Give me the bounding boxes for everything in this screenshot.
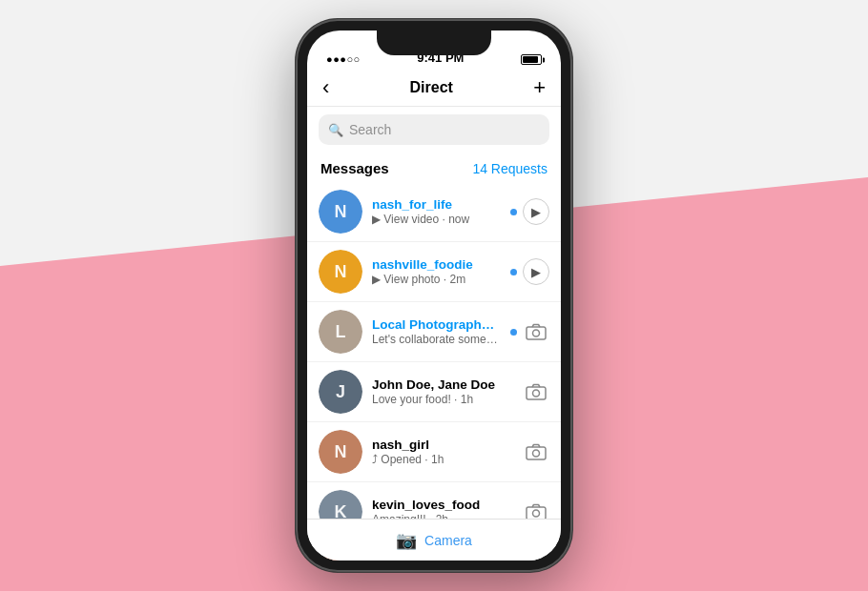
- signal-indicator: ●●●○○: [326, 53, 361, 65]
- add-button[interactable]: +: [533, 77, 546, 98]
- avatar: N: [319, 250, 362, 294]
- circle-arrow-icon[interactable]: ▶: [523, 258, 549, 285]
- avatar: N: [319, 430, 362, 474]
- message-preview: Let's collaborate sometime! · 5m: [372, 333, 501, 346]
- message-preview: ▶ View photo · 2m: [372, 273, 501, 286]
- message-item[interactable]: JJohn Doe, Jane DoeLove your food! · 1h: [307, 361, 561, 421]
- message-item[interactable]: Nnashville_foodie▶ View photo · 2m▶: [307, 241, 561, 301]
- message-preview: ▶ View video · now: [372, 213, 501, 226]
- svg-point-7: [533, 510, 540, 517]
- circle-arrow-icon[interactable]: ▶: [523, 198, 549, 225]
- message-content: nashville_foodie▶ View photo · 2m: [372, 257, 501, 286]
- message-preview: Love your food! · 1h: [372, 393, 513, 406]
- svg-rect-4: [527, 447, 546, 459]
- svg-point-5: [533, 450, 540, 457]
- phone-notch: [377, 31, 491, 55]
- battery-icon: [521, 54, 542, 65]
- camera-bottom-icon: 📷: [396, 530, 417, 551]
- message-right: [510, 318, 549, 345]
- svg-point-3: [533, 390, 540, 397]
- search-placeholder: Search: [349, 122, 391, 137]
- svg-rect-0: [527, 327, 546, 339]
- search-container: 🔍 Search: [307, 107, 561, 153]
- search-bar[interactable]: 🔍 Search: [319, 114, 549, 145]
- message-username: nash_girl: [372, 438, 513, 452]
- avatar: J: [319, 370, 362, 414]
- camera-label[interactable]: Camera: [424, 533, 472, 548]
- nav-header: ‹ Direct +: [307, 69, 561, 107]
- phone-device: ●●●○○ 9:41 PM ‹ Direct + 🔍 Search Messag…: [296, 19, 572, 572]
- svg-rect-2: [527, 387, 546, 399]
- camera-icon[interactable]: [523, 378, 549, 405]
- message-item[interactable]: LLocal PhotographersLet's collaborate so…: [307, 301, 561, 361]
- back-button[interactable]: ‹: [322, 75, 329, 100]
- message-right: [523, 378, 549, 405]
- message-right: ▶: [510, 258, 549, 285]
- messages-label: Messages: [320, 160, 389, 176]
- message-right: [523, 438, 549, 465]
- camera-icon[interactable]: [523, 318, 549, 345]
- unread-dot: [510, 269, 517, 275]
- search-icon: 🔍: [328, 123, 343, 137]
- message-content: nash_girl⤴ Opened · 1h: [372, 438, 513, 466]
- message-content: John Doe, Jane DoeLove your food! · 1h: [372, 377, 513, 406]
- message-item[interactable]: Nnash_for_life▶ View video · now▶: [307, 182, 561, 241]
- page-title: Direct: [410, 79, 453, 96]
- phone-screen: ●●●○○ 9:41 PM ‹ Direct + 🔍 Search Messag…: [307, 31, 561, 560]
- unread-dot: [510, 329, 517, 336]
- svg-point-1: [533, 330, 540, 336]
- message-preview: ⤴ Opened · 1h: [372, 453, 513, 466]
- avatar: L: [319, 310, 362, 354]
- message-item[interactable]: Nnash_girl⤴ Opened · 1h: [307, 421, 561, 481]
- message-right: ▶: [510, 198, 549, 225]
- message-content: Local PhotographersLet's collaborate som…: [372, 317, 501, 346]
- message-username: Local Photographers: [372, 317, 501, 332]
- message-username: nash_for_life: [372, 197, 501, 212]
- message-username: kevin_loves_food: [372, 498, 513, 512]
- message-content: nash_for_life▶ View video · now: [372, 197, 501, 226]
- unread-dot: [510, 209, 517, 215]
- message-list: Nnash_for_life▶ View video · now▶Nnashvi…: [307, 182, 561, 560]
- requests-label[interactable]: 14 Requests: [472, 161, 548, 176]
- message-username: John Doe, Jane Doe: [372, 377, 513, 392]
- avatar: N: [319, 190, 362, 234]
- camera-icon[interactable]: [523, 438, 549, 465]
- messages-header: Messages 14 Requests: [307, 153, 561, 182]
- message-username: nashville_foodie: [372, 257, 501, 272]
- status-right: [521, 54, 542, 65]
- bottom-bar: 📷 Camera: [307, 519, 561, 560]
- battery-fill: [523, 56, 538, 63]
